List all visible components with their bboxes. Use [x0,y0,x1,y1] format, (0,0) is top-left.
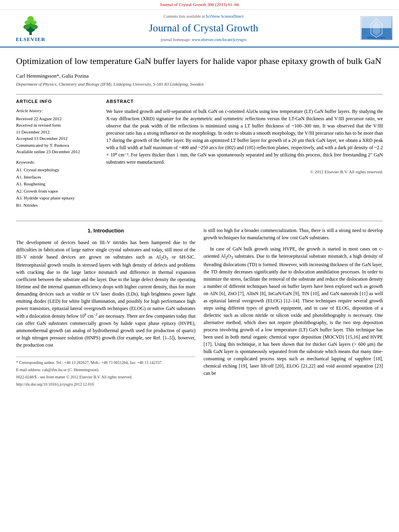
abstract-copyright: © 2012 Elsevier B.V. All rights reserved… [106,169,383,175]
journal-citation: Journal of Crystal Growth 366 (2013) 61–… [160,2,239,7]
elsevier-logo-area: ELSEVIER [6,13,55,43]
crystal-growth-icon: CRYSTAL GROWTH [362,16,391,40]
keyword-2: A1. Interfaces [16,174,97,181]
footnote-corresponding: * Corresponding author. Tel.: +46 13 282… [16,359,195,366]
svg-point-4 [23,25,30,29]
body-col-right: is still too high for a broader commerci… [204,227,383,388]
col2-para-2: In case of GaN bulk growth using HVPE, t… [204,245,383,376]
article-history: Article history: Received 22 August 2012… [16,108,97,155]
footnote-email: E-mail address: cah@ifm.liu.se (C. Hemmi… [16,367,195,373]
article-title: Optimization of low temperature GaN buff… [16,55,383,67]
journal-citation-bar: Journal of Crystal Growth 366 (2013) 61–… [0,0,399,10]
svg-point-5 [31,25,38,29]
keywords-section: Keywords: A1. Crystal morphology A1. Int… [16,159,97,209]
body-col-left: 1. Introduction The development of devic… [16,227,195,388]
keyword-6: B1. Nitrides [16,202,97,209]
journal-title: Journal of Crystal Growth [55,21,352,35]
layers-text: layers [339,341,350,347]
footnote-area: * Corresponding author. Tel.: +46 13 282… [16,357,195,387]
intro-heading: 1. Introduction [16,227,195,235]
accepted-date: Accepted 13 December 2012 [16,135,97,142]
article-content: Optimization of low temperature GaN buff… [0,47,399,397]
abstract-text: We have studied growth and self-separati… [106,108,383,166]
elsevier-label: ELSEVIER [16,36,45,43]
received-date: Received 22 August 2012 [16,115,97,122]
sciverse-line: Contents lists available at SciVerse Sci… [55,14,352,19]
keyword-3: A1. Roughening [16,181,97,188]
svg-point-7 [31,21,37,25]
abstract-heading: ABSTRACT [106,99,383,105]
footnote-doi: http://dx.doi.org/10.1016/j.jcrysgro.201… [16,381,195,387]
article-info-heading: ARTICLE INFO [16,99,97,105]
keyword-5: A3. Hydride vapor phase epitaxy [16,195,97,202]
journal-logo-area: CRYSTAL GROWTH [352,16,393,40]
article-info: ARTICLE INFO Article history: Received 2… [16,99,97,213]
journal-title-area: Contents lists available at SciVerse Sci… [55,14,352,43]
journal-header: ELSEVIER Contents lists available at Sci… [0,10,399,47]
keywords-list: A1. Crystal morphology A1. Interfaces A1… [16,166,97,209]
footnote-issn: 0022-0248/$ - see front matter © 2012 El… [16,374,195,380]
col2-para-1: is still too high for a broader commerci… [204,227,383,241]
svg-text:CRYSTAL GROWTH: CRYSTAL GROWTH [368,37,385,39]
history-heading: Article history: [16,108,97,114]
revised-date: Received in revised form11 December 2012 [16,122,97,135]
body-columns: 1. Introduction The development of devic… [16,221,383,388]
authors: Carl Hemmingsson*, Galia Pozina [16,72,383,80]
svg-point-6 [25,21,30,25]
info-abstract-section: ARTICLE INFO Article history: Received 2… [16,94,383,213]
keywords-heading: Keywords: [16,159,97,165]
available-online: Available online 23 December 2012 [16,148,97,155]
elsevier-logo: ELSEVIER [16,13,45,43]
intro-para-1: The development of devices based on III–… [16,239,195,349]
sciverse-link[interactable]: SciVerse ScienceDirect [206,14,244,18]
elsevier-tree-icon [19,13,43,35]
communicated-by: Communicated by T. Paskova [16,142,97,149]
homepage-line: journal homepage: www.elsevier.com/locat… [55,37,352,43]
abstract-section: ABSTRACT We have studied growth and self… [106,99,383,213]
keyword-1: A1. Crystal morphology [16,166,97,174]
keyword-4: A2. Growth from vapor [16,188,97,195]
homepage-url[interactable]: www.elsevier.com/locate/jcrysgro [192,37,247,42]
crystal-growth-logo: CRYSTAL GROWTH [360,16,393,40]
affiliation: Department of Physics, Chemistry and Bio… [16,81,383,87]
